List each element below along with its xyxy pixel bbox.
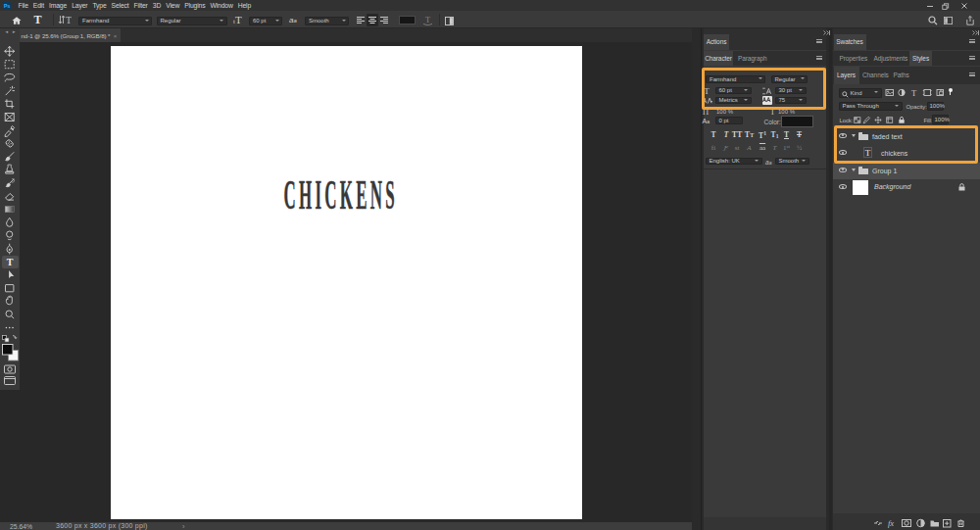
svg-text:fx: fx	[888, 518, 894, 528]
svg-text:T: T	[425, 15, 431, 24]
svg-text:T: T	[66, 15, 72, 25]
svg-text:T: T	[911, 88, 917, 97]
